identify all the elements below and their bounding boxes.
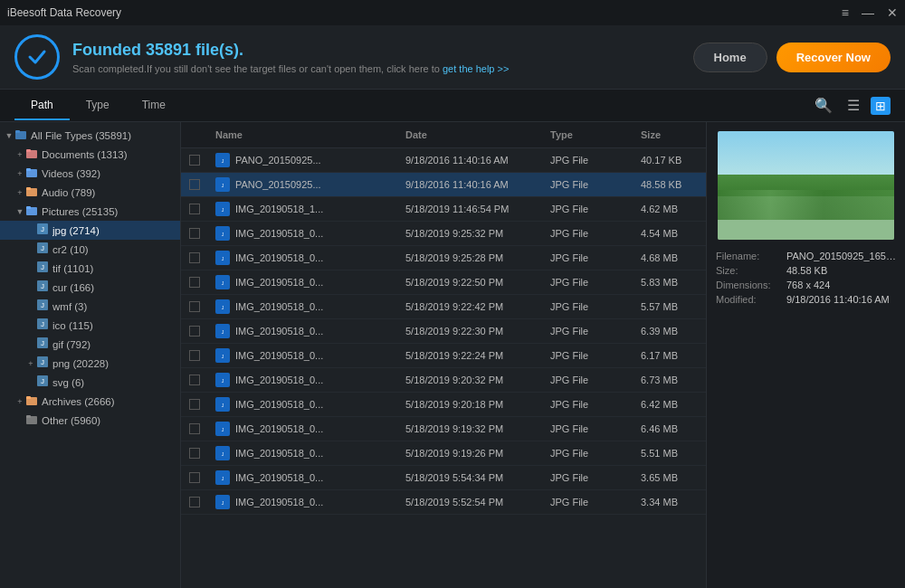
search-icon[interactable]: 🔍: [811, 95, 836, 116]
grid-view-icon[interactable]: ⊞: [871, 97, 891, 115]
table-row[interactable]: JIMG_20190518_0...5/18/2019 9:22:50 PMJP…: [181, 270, 706, 295]
meta-modified-label: Modified:: [716, 294, 781, 305]
row-checkbox[interactable]: [181, 370, 208, 390]
meta-filename-label: Filename:: [716, 251, 781, 261]
row-checkbox[interactable]: [181, 443, 208, 463]
list-view-icon[interactable]: ☰: [843, 95, 863, 116]
sidebar-item-archives[interactable]: +Archives (2666): [0, 392, 180, 411]
checkbox-3[interactable]: [189, 228, 200, 239]
row-name: JIMG_20190518_0...: [208, 441, 398, 465]
table-row[interactable]: JIMG_20190518_0...5/18/2019 9:22:42 PMJP…: [181, 295, 706, 319]
tree-label-gif: gif (792): [52, 339, 176, 350]
preview-panel: Filename: PANO_20150925_1656... Size: 48…: [706, 122, 905, 588]
row-date: 5/18/2019 9:22:30 PM: [398, 321, 543, 341]
row-checkbox[interactable]: [181, 394, 208, 414]
sidebar-item-wmf[interactable]: Jwmf (3): [0, 297, 180, 316]
row-size: 5.51 MB: [634, 443, 706, 463]
sidebar-item-videos[interactable]: +Videos (392): [0, 164, 180, 183]
row-checkbox[interactable]: [181, 223, 208, 243]
row-size: 4.68 MB: [634, 248, 706, 268]
tree-icon-tif: J: [36, 261, 49, 276]
recover-now-button[interactable]: Recover Now: [776, 43, 891, 72]
tree-toggle-audio: +: [14, 188, 25, 197]
header-left: Founded 35891 file(s). Scan completed.If…: [14, 34, 509, 80]
sidebar-item-jpg[interactable]: Jjpg (2714): [0, 221, 180, 240]
row-checkbox[interactable]: [181, 175, 208, 194]
sidebar-item-png[interactable]: +Jpng (20228): [0, 354, 180, 373]
table-row[interactable]: JPANO_20150925...9/18/2016 11:40:16 AMJP…: [181, 148, 706, 173]
tree-label-png: png (20228): [52, 358, 176, 369]
sidebar-item-cr2[interactable]: Jcr2 (10): [0, 240, 180, 259]
file-type-icon: J: [215, 202, 230, 216]
checkbox-0[interactable]: [189, 155, 200, 166]
row-date: 5/18/2019 9:22:42 PM: [398, 297, 543, 317]
title-bar: iBeesoft Data Recovery ≡ — ✕: [0, 0, 905, 25]
table-row[interactable]: JIMG_20190518_0...5/18/2019 5:52:54 PMJP…: [181, 490, 706, 515]
checkbox-11[interactable]: [189, 423, 200, 434]
row-size: 6.17 MB: [634, 346, 706, 365]
menu-icon[interactable]: ≡: [842, 6, 849, 19]
table-row[interactable]: JIMG_20190518_0...5/18/2019 9:19:32 PMJP…: [181, 417, 706, 441]
row-checkbox[interactable]: [181, 346, 208, 365]
row-checkbox[interactable]: [181, 492, 208, 512]
checkbox-6[interactable]: [189, 301, 200, 312]
tab-type[interactable]: Type: [70, 91, 126, 120]
table-row[interactable]: JIMG_20190518_0...5/18/2019 9:19:26 PMJP…: [181, 441, 706, 466]
table-row[interactable]: JIMG_20190518_0...5/18/2019 9:20:32 PMJP…: [181, 368, 706, 393]
row-checkbox[interactable]: [181, 150, 208, 170]
sidebar-item-ico[interactable]: Jico (115): [0, 316, 180, 335]
sidebar-item-tif[interactable]: Jtif (1101): [0, 259, 180, 278]
row-size: 5.57 MB: [634, 297, 706, 317]
checkbox-12[interactable]: [189, 448, 200, 459]
row-checkbox[interactable]: [181, 321, 208, 341]
tree-icon-documents: [25, 147, 38, 162]
row-checkbox[interactable]: [181, 199, 208, 219]
sidebar-item-svg[interactable]: Jsvg (6): [0, 373, 180, 392]
sidebar-item-pictures[interactable]: ▼Pictures (25135): [0, 202, 180, 221]
checkbox-2[interactable]: [189, 204, 200, 214]
row-checkbox[interactable]: [181, 468, 208, 488]
help-link[interactable]: get the help >>: [443, 63, 509, 74]
table-row[interactable]: JIMG_20190518_0...5/18/2019 9:22:30 PMJP…: [181, 319, 706, 344]
checkbox-10[interactable]: [189, 399, 200, 410]
close-icon[interactable]: ✕: [887, 6, 898, 19]
file-type-icon: J: [215, 397, 230, 412]
tree-label-pictures: Pictures (25135): [42, 206, 176, 217]
checkbox-13[interactable]: [189, 472, 200, 483]
preview-image: [718, 131, 894, 240]
table-row[interactable]: JIMG_20190518_0...5/18/2019 9:20:18 PMJP…: [181, 393, 706, 417]
home-button[interactable]: Home: [693, 43, 767, 72]
row-checkbox[interactable]: [181, 248, 208, 268]
row-type: JPG File: [543, 346, 634, 365]
checkbox-9[interactable]: [189, 375, 200, 385]
tab-path[interactable]: Path: [14, 91, 70, 120]
row-type: JPG File: [543, 394, 634, 414]
table-row[interactable]: JIMG_20190518_0...5/18/2019 9:22:24 PMJP…: [181, 344, 706, 368]
checkbox-1[interactable]: [189, 179, 200, 190]
checkbox-8[interactable]: [189, 350, 200, 361]
checkbox-5[interactable]: [189, 277, 200, 288]
tab-time[interactable]: Time: [126, 91, 182, 120]
table-row[interactable]: JIMG_20190518_0...5/18/2019 9:25:28 PMJP…: [181, 246, 706, 270]
sidebar-item-documents[interactable]: +Documents (1313): [0, 145, 180, 164]
header-subtitle: Scan completed.If you still don't see th…: [72, 63, 509, 74]
table-row[interactable]: JIMG_20190518_0...5/18/2019 5:54:34 PMJP…: [181, 466, 706, 490]
row-checkbox[interactable]: [181, 419, 208, 439]
table-row[interactable]: JIMG_20190518_0...5/18/2019 9:25:32 PMJP…: [181, 222, 706, 246]
sidebar-item-audio[interactable]: +Audio (789): [0, 183, 180, 202]
row-name: JIMG_20190518_0...: [208, 417, 398, 441]
checkbox-7[interactable]: [189, 326, 200, 337]
table-row[interactable]: JPANO_20150925...9/18/2016 11:40:16 AMJP…: [181, 173, 706, 197]
tree-toggle-pictures: ▼: [14, 207, 25, 216]
checkbox-14[interactable]: [189, 497, 200, 507]
app-title: iBeesoft Data Recovery: [7, 6, 121, 19]
sidebar-item-cur[interactable]: Jcur (166): [0, 278, 180, 297]
sidebar-item-all[interactable]: ▼All File Types (35891): [0, 126, 180, 145]
checkbox-4[interactable]: [189, 252, 200, 263]
row-checkbox[interactable]: [181, 297, 208, 317]
table-row[interactable]: JIMG_20190518_1...5/18/2019 11:46:54 PMJ…: [181, 197, 706, 222]
minimize-icon[interactable]: —: [862, 6, 874, 19]
sidebar-item-other[interactable]: Other (5960): [0, 411, 180, 430]
sidebar-item-gif[interactable]: Jgif (792): [0, 335, 180, 354]
row-checkbox[interactable]: [181, 272, 208, 292]
